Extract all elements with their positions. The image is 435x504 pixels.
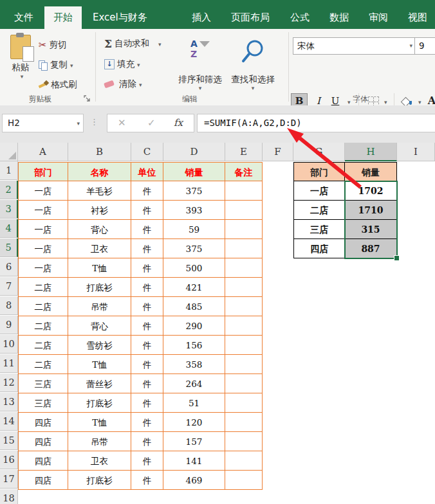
cell-B11[interactable]: T恤 [68,355,131,374]
enter-icon[interactable]: ✓ [147,114,156,132]
cell-C1[interactable]: 单位 [131,162,163,181]
row-header-10[interactable]: 10 [0,335,18,354]
ribbon-tab[interactable]: 数据 [320,6,358,29]
cell-C15[interactable]: 件 [131,432,163,451]
cancel-icon[interactable]: ✕ [118,114,126,132]
cell-E9[interactable] [225,316,263,336]
cell-C4[interactable]: 件 [131,220,163,239]
cell-E2[interactable] [225,181,263,201]
cell-D1[interactable]: 销量 [163,162,225,181]
cell-H1[interactable]: 销量 [345,162,397,181]
cell-C14[interactable]: 件 [131,413,163,432]
cell-E12[interactable] [225,374,263,393]
cell-B12[interactable]: 蕾丝衫 [68,374,131,393]
cell-A10[interactable]: 二店 [18,336,68,355]
cell-D12[interactable]: 264 [163,374,225,393]
cell-B1[interactable]: 名称 [68,162,131,181]
cell-A8[interactable]: 二店 [18,297,68,316]
cell-D17[interactable]: 469 [163,471,225,490]
cell-H4[interactable]: 315 [345,220,397,239]
cell-C11[interactable]: 件 [131,355,163,374]
cell-A1[interactable]: 部门 [18,162,68,181]
column-header-H[interactable]: H [345,143,397,161]
row-header-14[interactable]: 14 [0,412,18,431]
cell-E6[interactable] [225,258,263,278]
cell-E10[interactable] [225,336,263,355]
cell-B9[interactable]: 背心 [68,316,131,336]
cell-E5[interactable] [225,239,263,258]
cell-C6[interactable]: 件 [131,258,163,278]
cell-H5[interactable]: 887 [345,239,397,258]
row-header-17[interactable]: 17 [0,470,18,489]
cell-B16[interactable]: 卫衣 [68,451,131,471]
cell-B14[interactable]: T恤 [68,413,131,432]
cell-C17[interactable]: 件 [131,471,163,490]
row-header-12[interactable]: 12 [0,374,18,392]
font-name-combo[interactable]: 宋体▾ [293,37,416,55]
row-header-13[interactable]: 13 [0,393,18,411]
ribbon-tab[interactable]: 插入 [183,6,220,29]
cell-C13[interactable]: 件 [131,393,163,413]
cell-E7[interactable] [225,278,263,297]
cell-D3[interactable]: 393 [163,201,225,220]
row-header-3[interactable]: 3 [0,200,18,219]
cell-C9[interactable]: 件 [131,316,163,336]
cell-G4[interactable]: 三店 [293,220,345,239]
paste-button[interactable]: 粘贴 ▾ [5,33,36,95]
cell-A15[interactable]: 四店 [18,432,68,451]
cell-D2[interactable]: 375 [163,181,225,201]
cell-B7[interactable]: 打底衫 [68,278,131,297]
name-box-caret-icon[interactable]: ▾ [77,115,80,132]
cell-B6[interactable]: T恤 [68,258,131,278]
cell-D4[interactable]: 59 [163,220,225,239]
cell-E17[interactable] [225,471,263,490]
cell-E15[interactable] [225,432,263,451]
cell-B8[interactable]: 吊带 [68,297,131,316]
cell-D7[interactable]: 421 [163,278,225,297]
paste-caret-icon[interactable]: ▾ [8,73,36,80]
cell-D9[interactable]: 290 [163,316,225,336]
cell-A12[interactable]: 三店 [18,374,68,393]
column-header-I[interactable]: I [397,143,435,161]
cell-B13[interactable]: 打底衫 [68,393,131,413]
cell-C5[interactable]: 件 [131,239,163,258]
row-header-16[interactable]: 16 [0,451,18,469]
cell-E16[interactable] [225,451,263,471]
cell-D6[interactable]: 500 [163,258,225,278]
cell-B4[interactable]: 背心 [68,220,131,239]
column-header-D[interactable]: D [163,143,225,161]
cell-E3[interactable] [225,201,263,220]
column-header-E[interactable]: E [225,143,263,161]
row-header-4[interactable]: 4 [0,219,18,238]
column-header-B[interactable]: B [68,143,131,161]
cell-A13[interactable]: 三店 [18,393,68,413]
cell-A4[interactable]: 一店 [18,220,68,239]
sort-filter-button[interactable]: A Z 排序和筛选 ▾ [174,33,227,95]
cell-D8[interactable]: 485 [163,297,225,316]
cell-C10[interactable]: 件 [131,336,163,355]
fill-button[interactable]: ↓填充▾ [104,55,140,72]
cell-A2[interactable]: 一店 [18,181,68,201]
cell-D13[interactable]: 51 [163,393,225,413]
row-header-15[interactable]: 15 [0,431,18,450]
cell-C8[interactable]: 件 [131,297,163,316]
cell-C7[interactable]: 件 [131,278,163,297]
cell-C2[interactable]: 件 [131,181,163,201]
cut-button[interactable]: ✂剪切 [39,36,67,53]
ribbon-tab[interactable]: 页面布局 [222,6,279,29]
cell-B2[interactable]: 羊毛衫 [68,181,131,201]
cell-C12[interactable]: 件 [131,374,163,393]
cell-B15[interactable]: 吊带 [68,432,131,451]
format-painter-button[interactable]: 格式刷 [39,76,77,93]
row-header-5[interactable]: 5 [0,239,18,257]
cell-D16[interactable]: 141 [163,451,225,471]
name-box[interactable]: H2▾ [2,114,84,132]
ribbon-tab[interactable]: 开始 [44,6,82,29]
cell-A16[interactable]: 四店 [18,451,68,471]
cell-B10[interactable]: 雪纺衫 [68,336,131,355]
cell-D10[interactable]: 156 [163,336,225,355]
cell-E13[interactable] [225,393,263,413]
cell-D15[interactable]: 157 [163,432,225,451]
row-header-1[interactable]: 1 [0,161,18,180]
autosum-button[interactable]: Σ自动求和▾ [104,35,162,51]
